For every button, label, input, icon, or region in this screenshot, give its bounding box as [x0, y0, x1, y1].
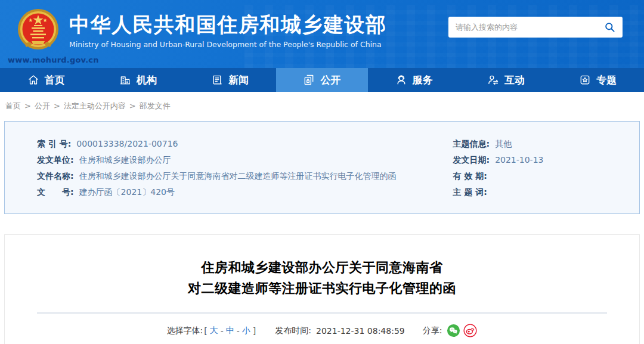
meta-row-index-no: 索 引 号: 000013338/2021-00716: [37, 136, 436, 152]
meta-label: 文件名称:: [37, 168, 74, 184]
site-title-cn: 中华人民共和国住房和城乡建设部: [69, 13, 387, 36]
meta-row-document-no: 文 号: 建办厅函〔2021〕420号: [37, 184, 436, 200]
main-nav: 首页 机构 新闻 公开 服务 互动: [0, 68, 644, 92]
meta-label: 发文日期:: [453, 152, 490, 168]
font-size-medium-button[interactable]: 中: [226, 326, 234, 336]
meta-label: 索 引 号:: [37, 136, 71, 152]
meta-row-keywords: 主 题 词:: [453, 184, 639, 200]
organization-icon: [119, 74, 131, 86]
breadcrumb-separator: >: [54, 101, 60, 110]
breadcrumb-separator: >: [24, 101, 31, 110]
font-size-small-button[interactable]: 小: [242, 326, 250, 336]
service-icon: [395, 74, 407, 86]
news-icon: [211, 74, 223, 86]
bracket-open: [: [204, 326, 207, 336]
meta-label: 有 效 期:: [453, 168, 487, 184]
search-icon[interactable]: [604, 21, 615, 33]
nav-item-organization[interactable]: 机构: [92, 68, 184, 92]
wechat-icon[interactable]: [447, 324, 460, 337]
search-box[interactable]: [448, 17, 623, 38]
article-title-line2: 对二级建造师等注册证书实行电子化管理的函: [5, 278, 639, 299]
font-select-label: 选择字体:: [167, 326, 203, 336]
breadcrumb-link-documents[interactable]: 部发文件: [140, 101, 171, 110]
nav-item-home[interactable]: 首页: [0, 68, 92, 92]
breadcrumb-separator: >: [129, 101, 136, 110]
meta-label: 文 号:: [37, 184, 74, 200]
nav-label: 机构: [137, 73, 157, 87]
site-titles: 中华人民共和国住房和城乡建设部 Ministry of Housing and …: [69, 13, 387, 49]
publish-time-value: 2021-12-31 08:48:59: [316, 326, 405, 336]
breadcrumb: 首页>公开>法定主动公开内容>部发文件: [0, 92, 644, 119]
meta-right-column: 主题信息: 其他 发文日期: 2021-10-13 有 效 期: 主 题 词:: [436, 136, 639, 200]
bracket-close: ]: [253, 326, 256, 336]
nav-label: 服务: [413, 73, 433, 87]
nav-item-disclosure[interactable]: 公开: [276, 68, 368, 92]
interaction-icon: [487, 74, 499, 86]
meta-row-issue-date: 发文日期: 2021-10-13: [453, 152, 639, 168]
meta-value: 住房和城乡建设部办公厅: [79, 152, 171, 168]
meta-row-document-name: 文件名称: 住房和城乡建设部办公厅关于同意海南省对二级建造师等注册证书实行电子化…: [37, 168, 436, 184]
meta-label: 发文单位:: [37, 152, 74, 168]
meta-label: 主题信息:: [453, 136, 490, 152]
breadcrumb-link-statutory[interactable]: 法定主动公开内容: [64, 101, 126, 110]
nav-label: 互动: [504, 73, 525, 87]
home-icon: [27, 74, 39, 86]
nav-item-service[interactable]: 服务: [368, 68, 460, 92]
site-title-en: Ministry of Housing and Urban-Rural Deve…: [69, 40, 387, 49]
nav-label: 新闻: [228, 73, 249, 87]
meta-value: 住房和城乡建设部办公厅关于同意海南省对二级建造师等注册证书实行电子化管理的函: [79, 168, 397, 184]
meta-label: 主 题 词:: [453, 184, 487, 200]
meta-value: 2021-10-13: [495, 152, 543, 168]
meta-row-validity: 有 效 期:: [453, 168, 639, 184]
nav-item-topics[interactable]: 专题: [552, 68, 644, 92]
article-title-line1: 住房和城乡建设部办公厅关于同意海南省: [5, 257, 639, 278]
meta-value: 其他: [495, 136, 512, 152]
weibo-icon[interactable]: [463, 324, 477, 337]
site-url: www.mohurd.gov.cn: [8, 55, 99, 64]
article-title: 住房和城乡建设部办公厅关于同意海南省 对二级建造师等注册证书实行电子化管理的函: [5, 257, 639, 299]
nav-label: 首页: [45, 73, 65, 87]
search-input[interactable]: [456, 23, 604, 32]
font-size-large-button[interactable]: 大: [210, 326, 218, 336]
disclosure-icon: [303, 74, 315, 86]
share-label: 分享:: [423, 326, 442, 336]
site-header: www.mohurd.gov.cn 中华人民共和国住房和城乡建设部 Minist…: [0, 0, 644, 68]
nav-label: 公开: [320, 73, 340, 87]
meta-row-topic-info: 主题信息: 其他: [453, 136, 639, 152]
meta-value: 建办厅函〔2021〕420号: [79, 184, 175, 200]
nav-item-interaction[interactable]: 互动: [460, 68, 552, 92]
breadcrumb-link-home[interactable]: 首页: [5, 101, 21, 110]
publish-time-label: 发布时间:: [275, 326, 311, 336]
meta-left-column: 索 引 号: 000013338/2021-00716 发文单位: 住房和城乡建…: [5, 136, 436, 200]
meta-value: 000013338/2021-00716: [76, 136, 178, 152]
title-divider: [37, 312, 607, 314]
breadcrumb-link-disclosure[interactable]: 公开: [35, 101, 50, 110]
dash: -: [237, 326, 240, 336]
dash: -: [221, 326, 224, 336]
topics-icon: [579, 74, 591, 86]
share-buttons: [447, 324, 477, 337]
meta-row-issuing-unit: 发文单位: 住房和城乡建设部办公厅: [37, 152, 436, 168]
document-meta-box: 索 引 号: 000013338/2021-00716 发文单位: 住房和城乡建…: [4, 121, 640, 214]
national-emblem-icon: [16, 5, 60, 57]
article-toolbar: 选择字体: [大-中-小] 发布时间: 2021-12-31 08:48:59 …: [5, 324, 639, 337]
nav-item-news[interactable]: 新闻: [184, 68, 276, 92]
article-box: 住房和城乡建设部办公厅关于同意海南省 对二级建造师等注册证书实行电子化管理的函 …: [4, 234, 640, 344]
nav-label: 专题: [596, 73, 617, 87]
